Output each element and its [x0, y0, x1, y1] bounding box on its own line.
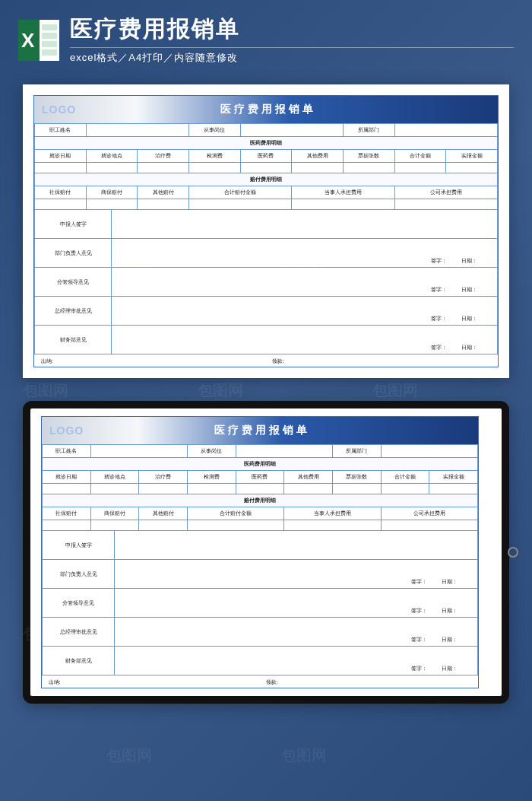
area-dept-head: 签字： 日期： — [112, 239, 498, 268]
label-cashier: 出纳: — [43, 675, 260, 688]
cell — [381, 520, 477, 531]
sign-label: 签字： — [411, 666, 427, 671]
area-branch: 签字： 日期： — [115, 589, 478, 618]
col-test: 检测费 — [187, 471, 236, 484]
sign-label: 签字： — [431, 287, 447, 292]
col-place: 就诊地点 — [90, 471, 139, 484]
col-medicine: 医药费 — [240, 150, 292, 163]
col-total: 合计金额 — [394, 150, 446, 163]
cell — [381, 484, 429, 494]
cell — [43, 484, 91, 494]
watermark: 包图网 — [23, 380, 68, 401]
date-label: 日期： — [461, 345, 477, 350]
label-applicant-sign: 申报人签字 — [43, 531, 115, 560]
label-gm: 总经理审批意见 — [43, 618, 115, 647]
area-finance: 签字： 日期： — [115, 647, 478, 675]
sign-label: 签字： — [431, 316, 447, 321]
cell — [284, 484, 333, 494]
form-banner: LOGO 医疗费用报销单 — [34, 96, 498, 123]
cell — [188, 163, 240, 173]
col-commercial: 商保赔付 — [90, 507, 139, 520]
col-receipts: 票据张数 — [332, 471, 381, 484]
cell — [86, 163, 138, 173]
label-position: 从事岗位 — [188, 124, 240, 137]
reimbursement-form-2: LOGO 医疗费用报销单 职工姓名 从事岗位 所属部门 医药费用明细 就诊日期 … — [41, 416, 479, 688]
col-actual: 实报金额 — [429, 471, 478, 484]
cell — [188, 199, 291, 210]
cell — [90, 520, 139, 531]
col-actual: 实报金额 — [446, 150, 498, 163]
watermark: 包图网 — [281, 745, 327, 766]
cell — [343, 163, 394, 173]
cell — [394, 199, 497, 210]
page-header: X 医疗费用报销单 excel格式／A4打印／内容随意修改 — [0, 0, 532, 72]
excel-x-glyph: X — [21, 28, 34, 52]
label-department: 所属部门 — [332, 445, 381, 458]
label-receiver: 领款: — [266, 354, 498, 367]
col-total-pay: 合计赔付金额 — [188, 186, 291, 199]
sign-label: 签字： — [411, 637, 427, 642]
label-branch: 分管领导意见 — [43, 589, 115, 618]
excel-icon: X — [18, 20, 59, 61]
col-receipts: 票据张数 — [343, 150, 394, 163]
value-employee-name — [90, 445, 187, 458]
cell — [446, 163, 498, 173]
col-date: 就诊日期 — [43, 471, 91, 484]
cell — [429, 484, 478, 494]
form-table: 职工姓名 从事岗位 所属部门 医药费用明细 就诊日期 就诊地点 治疗费 检测费 … — [42, 444, 478, 688]
col-company: 公司承担费用 — [394, 186, 497, 199]
value-position — [240, 124, 343, 137]
col-person: 当事人承担费用 — [284, 507, 381, 520]
cell — [139, 520, 188, 531]
col-treatment: 治疗费 — [139, 471, 188, 484]
section-medical-detail: 医药费用明细 — [43, 458, 478, 471]
cell — [292, 199, 394, 210]
area-applicant-sign — [115, 531, 478, 560]
col-treatment: 治疗费 — [138, 150, 189, 163]
cell — [236, 484, 284, 494]
form-banner: LOGO 医疗费用报销单 — [42, 417, 478, 444]
col-date: 就诊日期 — [35, 150, 87, 163]
label-branch: 分管领导意见 — [35, 268, 112, 297]
label-receiver: 领款: — [260, 675, 478, 688]
cell — [394, 163, 446, 173]
label-finance: 财务部意见 — [35, 326, 112, 354]
section-payment-detail: 赔付费用明细 — [43, 494, 478, 507]
value-position — [236, 445, 332, 458]
tablet-home-button — [508, 547, 518, 558]
cell — [90, 484, 139, 494]
form-title: 医疗费用报销单 — [46, 103, 490, 116]
cell — [292, 163, 344, 173]
cell — [240, 163, 292, 173]
area-dept-head: 签字： 日期： — [115, 560, 478, 589]
page-subtitle: excel格式／A4打印／内容随意修改 — [70, 47, 514, 65]
value-employee-name — [86, 124, 188, 137]
sign-label: 签字： — [411, 579, 427, 584]
watermark: 包图网 — [198, 380, 243, 401]
label-employee-name: 职工姓名 — [43, 445, 91, 458]
date-label: 日期： — [442, 579, 458, 584]
cell — [139, 484, 188, 494]
cell — [138, 163, 189, 173]
col-other-pay: 其他赔付 — [138, 186, 189, 199]
label-dept-head: 部门负责人意见 — [43, 560, 115, 589]
sign-label: 签字： — [411, 608, 427, 613]
date-label: 日期： — [461, 316, 477, 321]
area-gm: 签字： 日期： — [112, 297, 498, 326]
col-place: 就诊地点 — [86, 150, 138, 163]
label-dept-head: 部门负责人意见 — [35, 239, 112, 268]
form-table: 职工姓名 从事岗位 所属部门 医药费用明细 就诊日期 就诊地点 治疗费 检测费 … — [34, 123, 498, 367]
preview-tablet: LOGO 医疗费用报销单 职工姓名 从事岗位 所属部门 医药费用明细 就诊日期 … — [23, 401, 509, 704]
col-total-pay: 合计赔付金额 — [187, 507, 283, 520]
form-title: 医疗费用报销单 — [53, 424, 470, 437]
col-total: 合计金额 — [381, 471, 429, 484]
value-department — [381, 445, 477, 458]
page-title: 医疗费用报销单 — [70, 15, 514, 43]
label-finance: 财务部意见 — [43, 647, 115, 675]
col-test: 检测费 — [188, 150, 240, 163]
preview-sheet-1: LOGO 医疗费用报销单 职工姓名 从事岗位 所属部门 医药费用明细 就诊日期 … — [23, 84, 509, 378]
cell — [35, 163, 87, 173]
col-other: 其他费用 — [284, 471, 333, 484]
value-department — [394, 124, 497, 137]
cell — [86, 199, 138, 210]
